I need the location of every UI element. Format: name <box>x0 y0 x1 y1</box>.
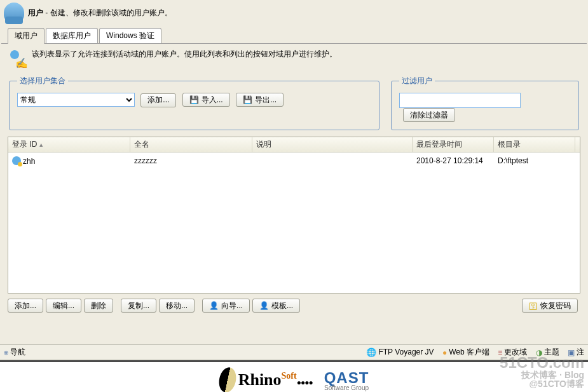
tab-domain-users[interactable]: 域用户 <box>8 28 44 44</box>
footer-brand: RhinoSoft●●●● QASTSoftware Group <box>0 360 588 392</box>
web-client-button[interactable]: Web 客户端 <box>442 347 489 358</box>
col-login-id[interactable]: 登录 ID▲ <box>8 137 130 152</box>
add-set-button[interactable]: 添加... <box>140 93 176 107</box>
col-last-login[interactable]: 最后登录时间 <box>413 137 494 152</box>
theme-icon <box>536 348 542 357</box>
sort-asc-icon: ▲ <box>38 142 44 148</box>
header-text: 用户 - 创建、修改和删除该域的用户账户。 <box>28 8 172 18</box>
cell-login-id: zhh <box>23 157 35 166</box>
web-client-icon <box>442 348 447 357</box>
qast-logo: QASTSoftware Group <box>324 369 369 391</box>
change-domain-button[interactable]: 更改域 <box>498 347 527 358</box>
cell-last-login: 2010-8-27 10:29:14 <box>413 155 494 167</box>
controls-row: 选择用户集合 常规 添加... 💾导入... 💾导出... 过滤用户 清除过滤器 <box>8 76 580 130</box>
logout-icon <box>568 348 575 357</box>
tab-windows-auth[interactable]: Windows 验证 <box>99 28 161 43</box>
logout-button[interactable]: 注 <box>568 347 584 358</box>
page-title: 用户 <box>28 8 43 17</box>
export-button[interactable]: 💾导出... <box>236 93 284 107</box>
import-icon: 💾 <box>189 95 199 104</box>
user-set-select[interactable]: 常规 <box>17 93 135 107</box>
bottom-bar: 导航 FTP Voyager JV Web 客户端 更改域 主题 注 <box>0 344 588 360</box>
users-header-icon <box>4 3 24 23</box>
template-icon <box>259 301 269 310</box>
users-info-icon <box>8 49 28 69</box>
description-row: 该列表显示了允许连接到活动域的用户账户。使用此列表和列出的按钮对域用户进行维护。 <box>8 49 580 69</box>
wizard-button[interactable]: 向导... <box>202 299 250 313</box>
rhino-logo: RhinoSoft●●●● <box>219 367 313 392</box>
rhino-oval-icon <box>217 366 238 392</box>
col-fullname[interactable]: 全名 <box>130 137 252 152</box>
copy-button[interactable]: 复制... <box>121 299 156 313</box>
filter-users-legend: 过滤用户 <box>399 76 435 86</box>
template-button[interactable]: 模板... <box>252 299 300 313</box>
cell-fullname: zzzzzz <box>130 155 252 167</box>
users-grid: 登录 ID▲ 全名 说明 最后登录时间 根目录 zhh zzzzzz 2010-… <box>8 137 580 294</box>
grid-header: 登录 ID▲ 全名 说明 最后登录时间 根目录 <box>8 137 580 152</box>
clear-filter-button[interactable]: 清除过滤器 <box>403 108 455 122</box>
table-row[interactable]: zhh zzzzzz 2010-8-27 10:29:14 D:\ftptest <box>8 152 580 170</box>
filter-users-group: 过滤用户 清除过滤器 <box>391 76 579 130</box>
cell-desc <box>252 155 413 167</box>
tab-panel: 该列表显示了允许连接到活动域的用户账户。使用此列表和列出的按钮对域用户进行维护。… <box>1 43 587 319</box>
filter-input[interactable] <box>399 93 521 108</box>
globe-icon <box>366 348 376 357</box>
page-header: 用户 - 创建、修改和删除该域的用户账户。 <box>0 0 588 28</box>
tab-db-users[interactable]: 数据库用户 <box>46 28 98 43</box>
recover-password-button[interactable]: 恢复密码 <box>522 299 578 313</box>
edit-button[interactable]: 编辑... <box>46 299 81 313</box>
theme-button[interactable]: 主题 <box>536 347 559 358</box>
key-icon <box>529 301 538 310</box>
nav-button[interactable]: 导航 <box>4 347 25 358</box>
select-user-set-group: 选择用户集合 常规 添加... 💾导入... 💾导出... <box>9 76 379 130</box>
add-button[interactable]: 添加... <box>8 299 43 313</box>
cell-root: D:\ftptest <box>494 155 575 167</box>
ftp-voyager-button[interactable]: FTP Voyager JV <box>366 348 434 357</box>
wizard-icon <box>209 301 219 310</box>
move-button[interactable]: 移动... <box>159 299 195 313</box>
select-user-set-legend: 选择用户集合 <box>17 76 68 86</box>
tab-strip: 域用户 数据库用户 Windows 验证 <box>0 28 588 43</box>
col-desc[interactable]: 说明 <box>252 137 413 152</box>
description-text: 该列表显示了允许连接到活动域的用户账户。使用此列表和列出的按钮对域用户进行维护。 <box>32 49 337 60</box>
export-icon: 💾 <box>243 95 252 104</box>
import-button[interactable]: 💾导入... <box>182 93 230 107</box>
nav-icon <box>4 348 8 357</box>
action-row: 添加... 编辑... 删除 复制... 移动... 向导... 模板... 恢… <box>8 299 580 313</box>
user-row-icon <box>12 156 21 165</box>
col-root[interactable]: 根目录 <box>494 137 575 152</box>
delete-button[interactable]: 删除 <box>84 299 113 313</box>
change-domain-icon <box>498 348 502 357</box>
page-subtitle: - 创建、修改和删除该域的用户账户。 <box>43 8 172 17</box>
